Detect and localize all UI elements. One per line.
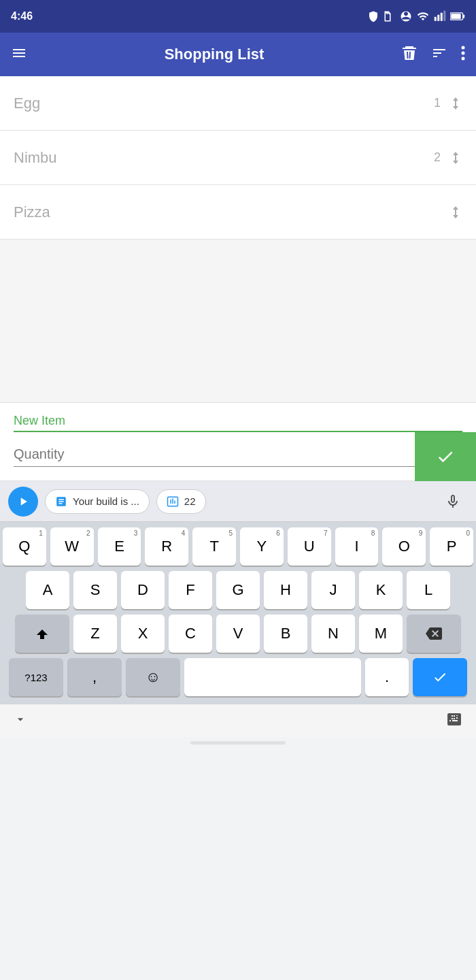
new-item-label[interactable]: New Item [14,414,462,428]
item-name: Pizza [14,203,441,221]
keyboard-row-1: Q1 W2 E3 R4 T5 Y6 U7 I8 O9 P0 [3,527,473,566]
svg-point-9 [462,51,465,54]
key-N[interactable]: N [311,615,355,653]
status-time: 4:46 [11,10,33,22]
quantity-row [0,432,476,481]
item-name: Nimbu [14,149,434,167]
avatar-icon [400,10,412,22]
svg-rect-6 [463,14,465,18]
new-item-section: New Item [0,403,476,432]
key-V[interactable]: V [216,615,260,653]
status-icons [367,10,465,22]
more-options-button[interactable] [461,45,465,65]
key-T[interactable]: T5 [192,527,236,566]
list-item[interactable]: Pizza [0,185,476,240]
build-suggestion-text: Your build is ... [73,495,139,507]
key-I[interactable]: I8 [335,527,379,566]
chevron-down-button[interactable] [14,713,27,729]
sort-button[interactable] [431,45,447,65]
number-suggestion[interactable]: 22 [156,489,206,514]
key-S[interactable]: S [73,571,117,609]
svg-point-8 [462,46,465,49]
battery-icon [450,12,465,21]
item-name: Egg [14,95,434,112]
key-J[interactable]: J [311,571,355,609]
symbols-key[interactable]: ?123 [9,658,63,696]
quantity-input[interactable] [14,446,415,467]
key-E[interactable]: E3 [98,527,141,566]
key-G[interactable]: G [216,571,260,609]
signal-icon [434,10,446,22]
key-M[interactable]: M [359,615,403,653]
key-L[interactable]: L [407,571,450,609]
backspace-key[interactable] [407,615,461,653]
key-C[interactable]: C [169,615,212,653]
key-U[interactable]: U7 [288,527,331,566]
sim-icon [384,10,396,22]
key-Z[interactable]: Z [73,615,117,653]
sort-arrows-pizza[interactable] [449,205,462,220]
svg-rect-4 [443,11,445,21]
number-suggestion-text: 22 [184,495,196,507]
app-bar: Shopping List [0,33,476,76]
keyboard: Q1 W2 E3 R4 T5 Y6 U7 I8 O9 P0 A S D F G … [0,522,476,704]
keyboard-toolbar: Your build is ... 22 [0,481,476,522]
delete-button[interactable] [401,45,418,65]
status-bar: 4:46 [0,0,476,33]
microphone-button[interactable] [438,487,468,517]
svg-rect-3 [441,13,443,21]
keyboard-hide-button[interactable] [446,711,462,730]
shopping-list: Egg 1 Nimbu 2 Pizza [0,76,476,240]
enter-key[interactable] [413,658,467,696]
app-title: Shopping List [41,46,388,63]
keyboard-row-2: A S D F G H J K L [3,571,473,609]
key-O[interactable]: O9 [382,527,426,566]
key-H[interactable]: H [264,571,307,609]
svg-point-10 [462,56,465,60]
confirm-button[interactable] [415,432,476,481]
key-B[interactable]: B [264,615,307,653]
key-R[interactable]: R4 [145,527,188,566]
period-key[interactable]: . [365,658,409,696]
app-bar-actions [401,45,465,65]
list-item[interactable]: Nimbu 2 [0,131,476,185]
empty-list-area [0,240,476,403]
key-Y[interactable]: Y6 [240,527,284,566]
wifi-icon [416,10,430,22]
key-A[interactable]: A [26,571,69,609]
bottom-bar [0,704,476,737]
key-F[interactable]: F [169,571,212,609]
svg-rect-1 [435,17,437,21]
space-key[interactable] [184,658,361,696]
svg-rect-2 [437,15,439,21]
keyboard-row-4: ?123 , ☺ . [3,658,473,696]
home-indicator [190,741,286,745]
key-Q[interactable]: Q1 [3,527,46,566]
item-qty: 1 [434,96,441,110]
sort-arrows-egg[interactable] [449,96,462,111]
emoji-key[interactable]: ☺ [126,658,180,696]
shift-key[interactable] [15,615,69,653]
key-W[interactable]: W2 [50,527,94,566]
key-D[interactable]: D [121,571,165,609]
sort-arrows-nimbu[interactable] [449,150,462,165]
keyboard-row-3: Z X C V B N M [3,615,473,653]
item-qty: 2 [434,150,441,165]
keyboard-forward-button[interactable] [8,487,38,517]
build-suggestion[interactable]: Your build is ... [45,489,150,514]
shield-icon [367,10,379,22]
key-K[interactable]: K [359,571,403,609]
key-X[interactable]: X [121,615,165,653]
comma-key[interactable]: , [67,658,122,696]
list-item[interactable]: Egg 1 [0,76,476,131]
key-P[interactable]: P0 [430,527,473,566]
menu-button[interactable] [11,45,27,65]
svg-rect-7 [451,14,460,19]
